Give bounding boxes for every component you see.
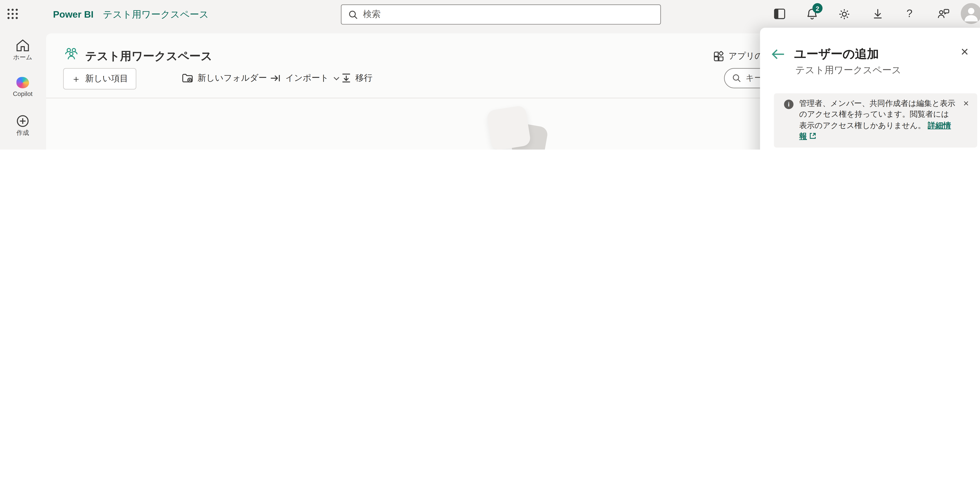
new-folder-button[interactable]: 新しいフォルダー [182, 68, 267, 88]
app-create-icon [713, 51, 724, 62]
search-icon [732, 74, 741, 82]
sidebar-item-copilot[interactable]: Copilot [0, 77, 46, 97]
home-icon [16, 39, 30, 52]
workspace-people-icon [64, 48, 79, 61]
settings-gear-icon[interactable] [838, 8, 850, 20]
back-arrow-icon[interactable] [772, 49, 785, 60]
close-icon[interactable]: × [961, 45, 969, 58]
page-title: テスト用ワークスペース [85, 49, 212, 63]
plus-circle-icon [16, 115, 29, 127]
help-icon[interactable]: ? [907, 8, 912, 20]
app-launcher-waffle-icon[interactable] [7, 8, 18, 20]
sidebar-item-create[interactable]: 作成 [0, 115, 46, 136]
notification-count-badge: 2 [813, 3, 822, 13]
power-bi-app: Power BI テスト用ワークスペース 検索 2 ? ホーム [0, 0, 980, 149]
plus-icon: ＋ [72, 73, 81, 85]
info-close-icon[interactable]: × [963, 98, 969, 108]
add-user-panel: ユーザーの追加 × テスト用ワークスペース i 管理者、メンバー、共同作成者は編… [760, 28, 980, 149]
panel-subtitle: テスト用ワークスペース [795, 64, 901, 76]
left-nav-sidebar: ホーム Copilot 作成 参照 OneLake カタログ アプリ ワークスペ… [0, 28, 46, 149]
folder-plus-icon [182, 73, 193, 83]
global-search-input[interactable]: 検索 [341, 5, 661, 25]
migrate-button[interactable]: 移行 [341, 68, 372, 88]
feedback-icon[interactable] [937, 8, 950, 20]
new-item-button[interactable]: ＋ 新しい項目 [63, 68, 137, 90]
user-avatar[interactable] [961, 3, 980, 24]
download-icon[interactable] [872, 8, 883, 20]
info-banner: i 管理者、メンバー、共同作成者は編集と表示のアクセス権を持っています。閲覧者に… [774, 94, 977, 147]
info-text: 管理者、メンバー、共同作成者は編集と表示のアクセス権を持っています。閲覧者には表… [799, 98, 956, 142]
brand-logo-text[interactable]: Power BI [53, 9, 94, 20]
panel-toggle-icon[interactable] [774, 8, 785, 20]
migrate-download-icon [341, 73, 351, 83]
chevron-down-icon [333, 76, 339, 81]
import-arrow-icon [270, 74, 281, 82]
info-icon: i [784, 100, 794, 109]
top-bar: Power BI テスト用ワークスペース 検索 2 ? [0, 0, 980, 28]
panel-title: ユーザーの追加 [794, 46, 879, 62]
search-placeholder: 検索 [363, 9, 381, 20]
sidebar-item-home[interactable]: ホーム [0, 39, 46, 61]
topbar-workspace-name[interactable]: テスト用ワークスペース [103, 9, 209, 21]
external-link-icon [809, 132, 816, 141]
hero-illustration-front [486, 105, 531, 149]
search-icon [348, 10, 358, 19]
copilot-icon [16, 77, 29, 88]
import-button[interactable]: インポート [270, 68, 339, 88]
